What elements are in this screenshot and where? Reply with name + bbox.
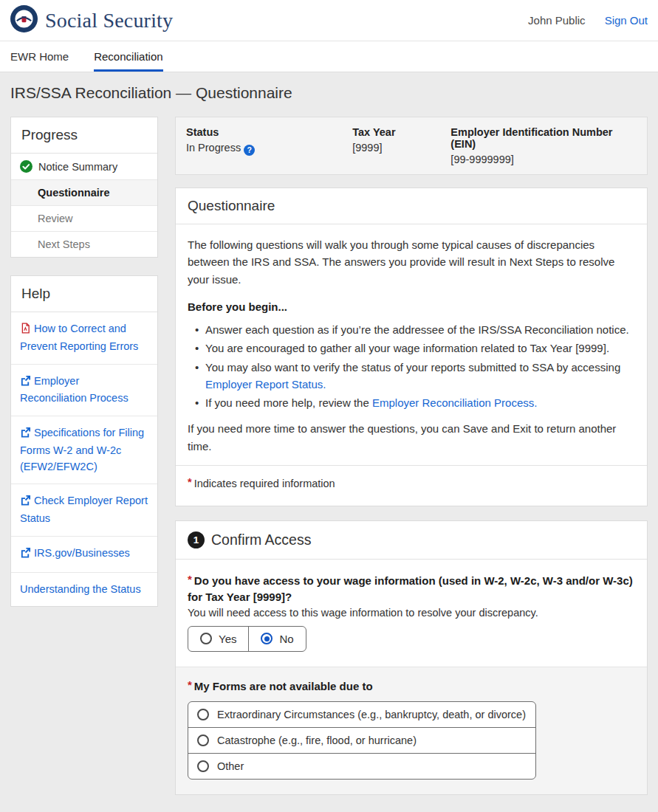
help-panel: Help How to Correct and Prevent Reportin… xyxy=(10,275,158,607)
yes-no-radio-group: Yes No xyxy=(188,626,306,652)
tax-year-label: Tax Year xyxy=(352,126,450,138)
save-exit-note: If you need more time to answer the ques… xyxy=(188,420,635,455)
employer-reconciliation-process-link[interactable]: Employer Reconciliation Process. xyxy=(372,396,537,409)
progress-panel: Progress Notice Summary Questionnaire Re… xyxy=(10,117,158,258)
radio-option-extraordinary-circumstances[interactable]: Extraordinary Circumstances (e.g., bankr… xyxy=(188,702,535,727)
external-link-icon xyxy=(20,375,31,391)
progress-item-label: Notice Summary xyxy=(38,161,117,173)
before-you-begin-list: Answer each question as if you’re the ad… xyxy=(195,321,635,411)
check-circle-icon xyxy=(20,160,32,173)
help-link-employer-reconciliation-process[interactable]: Employer Reconciliation Process xyxy=(11,365,157,417)
status-value: In Progress xyxy=(186,142,241,154)
progress-item-questionnaire: Questionnaire xyxy=(11,180,157,206)
radio-icon[interactable] xyxy=(197,709,209,720)
progress-heading: Progress xyxy=(11,117,157,154)
radio-label: Catastrophe (e.g., fire, flood, or hurri… xyxy=(217,734,417,746)
before-you-begin-heading: Before you begin... xyxy=(188,298,635,315)
bullet-item: If you need more help, review the Employ… xyxy=(195,394,635,411)
forms-unavailable-section: My Forms are not available due to Extrao… xyxy=(176,667,647,795)
ssa-seal-icon xyxy=(10,5,38,35)
help-link-irs-gov-businesses[interactable]: IRS.gov/Businesses xyxy=(11,537,157,573)
app-header: Social Security John Public Sign Out xyxy=(0,0,658,41)
questionnaire-card: Questionnaire The following questions wi… xyxy=(175,187,648,506)
sign-out-link[interactable]: Sign Out xyxy=(605,14,648,27)
bullet-item: You are encouraged to gather all your wa… xyxy=(195,340,635,357)
brand-title: Social Security xyxy=(45,9,173,32)
tab-reconciliation[interactable]: Reconciliation xyxy=(94,41,162,72)
radio-icon[interactable] xyxy=(200,633,212,644)
forms-unavailable-label: My Forms are not available due to xyxy=(188,678,635,695)
questionnaire-heading: Questionnaire xyxy=(176,188,647,224)
help-link-label: Understanding the Status xyxy=(20,583,141,595)
help-link-specifications-w2[interactable]: Specifications for Filing Forms W-2 and … xyxy=(11,416,157,484)
user-name: John Public xyxy=(528,14,586,27)
bullet-item: Answer each question as if you’re the ad… xyxy=(195,321,635,338)
confirm-access-card: 1 Confirm Access Do you have access to y… xyxy=(175,520,648,795)
help-link-correct-prevent-errors[interactable]: How to Correct and Prevent Reporting Err… xyxy=(11,312,157,365)
radio-option-no[interactable]: No xyxy=(248,627,305,651)
questionnaire-intro: The following questions will walk you th… xyxy=(188,236,635,288)
step-number-badge: 1 xyxy=(188,531,205,548)
radio-option-yes[interactable]: Yes xyxy=(188,627,248,651)
radio-label: Extraordinary Circumstances (e.g., bankr… xyxy=(217,709,526,720)
radio-option-other[interactable]: Other xyxy=(188,753,535,779)
radio-label: Other xyxy=(217,760,244,772)
required-asterisk xyxy=(188,478,194,489)
external-link-icon xyxy=(20,547,31,563)
radio-icon-selected[interactable] xyxy=(261,633,273,644)
pdf-icon xyxy=(20,323,31,339)
wage-access-question-hint: You will need access to this wage inform… xyxy=(188,607,635,619)
help-link-label: Employer Reconciliation Process xyxy=(20,375,128,405)
status-summary-bar: Status In Progress Tax Year [9999] Emplo… xyxy=(175,117,648,175)
help-link-label: Specifications for Filing Forms W-2 and … xyxy=(20,427,144,472)
help-link-understanding-the-status[interactable]: Understanding the Status xyxy=(11,573,157,607)
progress-item-notice-summary[interactable]: Notice Summary xyxy=(11,154,157,180)
external-link-icon xyxy=(20,427,31,443)
radio-icon[interactable] xyxy=(197,760,209,772)
help-link-check-employer-report-status[interactable]: Check Employer Report Status xyxy=(11,484,157,537)
confirm-access-title: Confirm Access xyxy=(211,531,311,548)
tax-year-value: [9999] xyxy=(352,142,450,154)
bullet-item: You may also want to verify the status o… xyxy=(195,359,635,393)
confirm-access-heading: 1 Confirm Access xyxy=(176,521,647,560)
radio-option-catastrophe[interactable]: Catastrophe (e.g., fire, flood, or hurri… xyxy=(188,727,535,753)
page-title: IRS/SSA Reconciliation — Questionnaire xyxy=(10,84,648,102)
progress-item-label: Next Steps xyxy=(38,238,90,250)
radio-label: No xyxy=(279,633,293,645)
status-help-icon[interactable] xyxy=(244,145,255,156)
progress-item-review: Review xyxy=(11,206,157,232)
wage-access-question-label: Do you have access to your wage informat… xyxy=(188,573,635,605)
external-link-icon xyxy=(20,495,31,511)
help-link-label: IRS.gov/Businesses xyxy=(34,547,130,559)
help-link-label: Check Employer Report Status xyxy=(20,495,148,524)
status-label: Status xyxy=(186,126,352,138)
progress-item-label: Review xyxy=(38,213,73,224)
radio-label: Yes xyxy=(219,633,236,645)
forms-unavailable-radio-list: Extraordinary Circumstances (e.g., bankr… xyxy=(188,701,536,780)
primary-nav: EWR Home Reconciliation xyxy=(0,41,658,72)
help-link-label: How to Correct and Prevent Reporting Err… xyxy=(20,323,138,352)
employer-report-status-link[interactable]: Employer Report Status. xyxy=(205,378,326,390)
progress-item-label: Questionnaire xyxy=(38,187,110,199)
radio-icon[interactable] xyxy=(197,734,209,746)
tab-ewr-home[interactable]: EWR Home xyxy=(10,41,69,72)
ein-value: [99-9999999] xyxy=(450,154,637,165)
progress-item-next-steps: Next Steps xyxy=(11,232,157,257)
help-heading: Help xyxy=(11,276,157,312)
ein-label: Employer Identification Number (EIN) xyxy=(450,126,637,150)
required-information-note: Indicates required information xyxy=(176,465,647,501)
brand[interactable]: Social Security xyxy=(10,5,173,35)
